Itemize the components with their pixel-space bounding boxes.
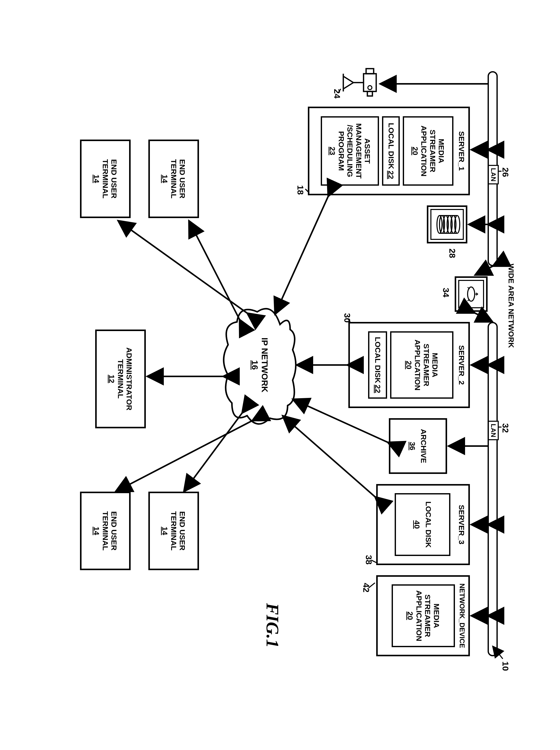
svg-point-0: [467, 287, 475, 301]
disk-stack-icon: [427, 205, 467, 243]
figure-label: FIG.1: [262, 603, 282, 648]
server-3-title: SERVER_3: [457, 505, 466, 544]
ip-network-num: 16: [250, 360, 260, 370]
lan-bus-2: [487, 322, 498, 656]
server-1-box: SERVER_1 MEDIA STREAMER APPLICATION 20 L…: [308, 107, 470, 195]
svg-rect-1: [363, 74, 376, 92]
lan-tag-1: LAN: [488, 165, 499, 184]
server-2-media-app: MEDIA STREAMER APPLICATION 20: [391, 331, 454, 398]
server-2-title: SERVER_2: [457, 345, 466, 384]
lan-tag-2: LAN: [488, 421, 499, 440]
server-1-asset-mgmt: ASSET MANAGEMENT /SCHEDULING PROGRAM 23: [321, 116, 379, 186]
admin-terminal: ADMINISTRATOR TERMINAL 12: [95, 330, 146, 428]
server-1-media-app: MEDIA STREAMER APPLICATION 20: [403, 116, 454, 186]
svg-point-4: [368, 86, 372, 90]
ip-network-label: IP NETWORK: [260, 337, 269, 392]
server-3-ref: 38: [364, 555, 374, 565]
end-user-terminal-3: END USER TERMINAL 14: [148, 492, 199, 570]
server-2-ref: 30: [342, 313, 352, 323]
server-3-local-disk: LOCAL DISK 40: [395, 493, 451, 556]
end-user-terminal-4: END USER TERMINAL 14: [80, 492, 131, 570]
system-ref: 10: [500, 662, 511, 671]
network-device-box: NETWORK_DEVICE MEDIA STREAMER APPLICATIO…: [376, 575, 470, 656]
disk-stack-ref: 28: [447, 249, 457, 258]
svg-rect-2: [366, 68, 374, 74]
end-user-terminal-1: END USER TERMINAL 14: [148, 140, 199, 218]
lan1-ref: 26: [500, 167, 511, 177]
network-diagram: WIDE AREA NETWORK 10 LAN 26 LAN 32 34 24: [40, 46, 520, 705]
router-ref: 34: [441, 288, 451, 297]
network-device-title: NETWORK_DEVICE: [458, 583, 466, 648]
camera-icon: [341, 66, 379, 99]
server-1-title: SERVER_1: [457, 131, 466, 171]
router-icon: [455, 276, 487, 312]
server-2-box: SERVER_2 MEDIA STREAMER APPLICATION 20 L…: [348, 322, 470, 408]
wan-label: WIDE AREA NETWORK: [507, 264, 516, 348]
archive-box: ARCHIVE 36: [389, 418, 447, 474]
server-2-local-disk: LOCAL DISK 22: [368, 331, 387, 398]
camera-ref: 24: [332, 89, 342, 99]
ip-network-cloud: IP NETWORK 16: [219, 299, 300, 431]
end-user-terminal-2: END USER TERMINAL 14: [80, 140, 131, 218]
network-device-ref: 42: [361, 583, 371, 592]
server-1-ref: 18: [296, 185, 305, 195]
network-device-media-app: MEDIA STREAMER APPLICATION 20: [392, 584, 455, 647]
svg-rect-3: [367, 92, 373, 96]
server-1-local-disk: LOCAL DISK 22: [382, 116, 400, 186]
server-3-box: SERVER_3 LOCAL DISK 40: [376, 484, 470, 565]
lan2-ref: 32: [500, 423, 511, 433]
